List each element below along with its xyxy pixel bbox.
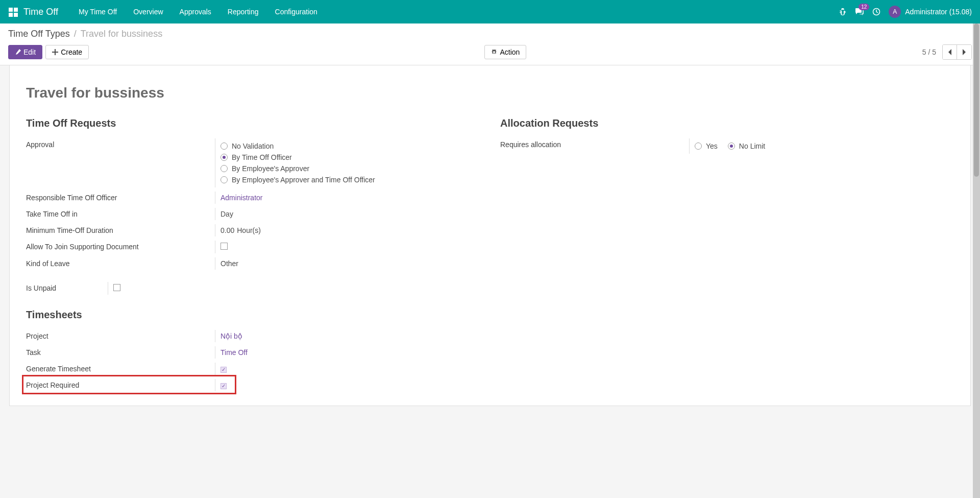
- radio-alloc-no-limit[interactable]: No Limit: [728, 140, 765, 152]
- plus-icon: [52, 49, 58, 55]
- checkbox-proj-req[interactable]: ✓: [220, 383, 227, 389]
- control-panel: Time Off Types / Travel for bussiness Ed…: [0, 23, 980, 65]
- label-kind: Kind of Leave: [26, 257, 215, 270]
- section-timeoff-requests: Time Off Requests: [26, 117, 480, 129]
- record-title: Travel for bussiness: [26, 85, 954, 101]
- field-gen-ts: ✓: [215, 363, 480, 375]
- app-title[interactable]: Time Off: [23, 7, 58, 17]
- section-timesheets: Timesheets: [26, 309, 480, 321]
- messages-badge: 12: [859, 4, 869, 10]
- checkbox-allow-doc[interactable]: [220, 243, 228, 250]
- top-nav: Time Off My Time Off Overview Approvals …: [0, 0, 980, 23]
- group-allocation-requests: Allocation Requests Requires allocation …: [500, 117, 954, 393]
- label-min-duration: Minimum Time-Off Duration: [26, 224, 215, 236]
- debug-icon[interactable]: [839, 8, 847, 16]
- gear-icon: [491, 49, 497, 55]
- systray: 12 A Administrator (15.08): [839, 6, 972, 18]
- messages-icon[interactable]: 12: [855, 8, 864, 16]
- field-project: Nội bộ: [215, 330, 480, 342]
- label-proj-req: Project Required: [26, 379, 215, 391]
- label-responsible: Responsible Time Off Officer: [26, 192, 215, 204]
- label-allow-doc: Allow To Join Supporting Document: [26, 241, 215, 253]
- label-is-unpaid: Is Unpaid: [26, 282, 108, 294]
- checkbox-is-unpaid[interactable]: [113, 284, 120, 291]
- pencil-icon: [15, 49, 21, 55]
- pager-buttons: [942, 44, 972, 60]
- nav-configuration[interactable]: Configuration: [267, 8, 326, 16]
- breadcrumb: Time Off Types / Travel for bussiness: [8, 29, 972, 39]
- form-sheet: Travel for bussiness Time Off Requests A…: [9, 65, 971, 406]
- label-project: Project: [26, 330, 215, 342]
- chevron-left-icon: [948, 49, 952, 55]
- radio-by-officer[interactable]: By Time Off Officer: [220, 152, 480, 163]
- pager-text[interactable]: 5 / 5: [922, 48, 936, 56]
- action-button[interactable]: Action: [484, 45, 526, 59]
- link-task[interactable]: Time Off: [220, 348, 248, 357]
- field-is-unpaid: [108, 282, 480, 295]
- user-name: Administrator (15.08): [905, 8, 972, 16]
- nav-my-time-off[interactable]: My Time Off: [70, 8, 125, 16]
- radio-by-both[interactable]: By Employee's Approver and Time Off Offi…: [220, 174, 480, 185]
- field-take-in: Day: [215, 208, 480, 220]
- pager-prev-button[interactable]: [943, 45, 957, 59]
- activities-icon[interactable]: [872, 8, 880, 16]
- radio-no-validation[interactable]: No Validation: [220, 140, 480, 152]
- breadcrumb-parent[interactable]: Time Off Types: [8, 29, 70, 39]
- link-responsible[interactable]: Administrator: [220, 194, 262, 202]
- label-task: Task: [26, 346, 215, 359]
- field-proj-req: ✓: [215, 379, 480, 391]
- link-project[interactable]: Nội bộ: [220, 332, 242, 340]
- create-button[interactable]: Create: [45, 45, 89, 59]
- apps-icon[interactable]: [8, 7, 17, 16]
- field-responsible: Administrator: [215, 192, 480, 204]
- field-allow-doc: [215, 241, 480, 253]
- field-task: Time Off: [215, 346, 480, 359]
- nav-overview[interactable]: Overview: [125, 8, 171, 16]
- checkbox-gen-ts[interactable]: ✓: [220, 367, 227, 373]
- section-allocation-requests: Allocation Requests: [500, 117, 954, 129]
- field-kind: Other: [215, 257, 480, 270]
- nav-reporting[interactable]: Reporting: [219, 8, 267, 16]
- field-min-duration: 0.00Hour(s): [215, 224, 480, 236]
- group-timeoff-requests: Time Off Requests Approval No Validation…: [26, 117, 480, 393]
- label-gen-ts: Generate Timesheet: [26, 363, 215, 375]
- avatar: A: [889, 6, 901, 18]
- label-approval: Approval: [26, 138, 215, 151]
- scrollbar[interactable]: [973, 23, 980, 406]
- label-requires-alloc: Requires allocation: [500, 138, 689, 151]
- breadcrumb-current: Travel for bussiness: [81, 29, 162, 39]
- breadcrumb-sep: /: [74, 29, 77, 39]
- edit-button[interactable]: Edit: [8, 45, 42, 59]
- chevron-right-icon: [962, 49, 966, 55]
- pager-next-button[interactable]: [957, 45, 971, 59]
- field-requires-alloc: Yes No Limit: [689, 138, 954, 154]
- field-approval: No Validation By Time Off Officer By Emp…: [215, 138, 480, 187]
- nav-approvals[interactable]: Approvals: [172, 8, 219, 16]
- user-menu[interactable]: A Administrator (15.08): [889, 6, 972, 18]
- nav-menu: My Time Off Overview Approvals Reporting…: [70, 8, 326, 16]
- radio-alloc-yes[interactable]: Yes: [695, 140, 718, 152]
- radio-by-approver[interactable]: By Employee's Approver: [220, 163, 480, 174]
- label-take-in: Take Time Off in: [26, 208, 215, 220]
- scrollbar-thumb[interactable]: [974, 23, 979, 177]
